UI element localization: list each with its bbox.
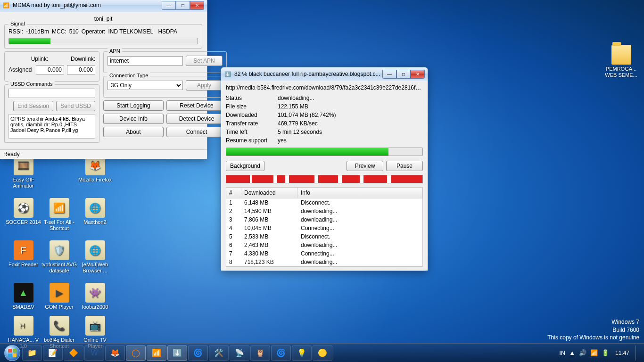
icon-pemroga-folder[interactable]: PEMROGA... WEB SEME... — [603, 45, 639, 78]
segment-strip — [226, 175, 423, 183]
lang-indicator[interactable]: IN — [559, 349, 565, 356]
reset-device-button[interactable]: Reset Device — [166, 100, 227, 111]
start-logging-button[interactable]: Start Logging — [103, 100, 164, 111]
mdma-window: 📶 MDMA mod by toni_pit@ymail.com — □ ✕ t… — [0, 0, 207, 159]
tb-app5[interactable]: 🌀 — [271, 346, 291, 361]
rssi-value: -101dBm — [26, 28, 49, 35]
close-button[interactable]: ✕ — [411, 70, 425, 79]
ussd-input[interactable] — [8, 89, 95, 98]
downlink-input[interactable] — [67, 65, 95, 74]
preview-button[interactable]: Preview — [347, 161, 383, 171]
threads-table: # Downloaded Info 16,148 MBDisconnect.21… — [226, 187, 423, 267]
mdma-app-icon: 📶 — [2, 1, 10, 9]
tb-app2[interactable]: 🛠️ — [209, 346, 229, 361]
idm-progress — [226, 148, 423, 156]
tb-app6[interactable]: 💡 — [292, 346, 312, 361]
tb-mdma[interactable]: 📶 — [147, 346, 166, 361]
signal-bar — [8, 38, 198, 44]
about-button[interactable]: About — [103, 127, 164, 137]
icon-maxthon[interactable]: 🌐Maxthon2 — [77, 198, 113, 225]
icon-smadav[interactable]: ▲SMADΔV — [6, 283, 41, 310]
show-desktop[interactable] — [636, 346, 639, 361]
volume-icon[interactable]: 🔊 — [579, 349, 586, 356]
table-row[interactable]: 62,463 MBdownloading... — [226, 241, 422, 249]
icon-foxit[interactable]: FFoxit Reader — [6, 240, 41, 268]
table-row[interactable]: 52,533 MBDisconnect. — [226, 232, 422, 241]
device-info-button[interactable]: Device Info — [103, 114, 164, 124]
icon-emoj[interactable]: 🌐[eMoJ]Web Browser ... — [77, 240, 113, 273]
end-session-button[interactable]: End Session — [13, 101, 53, 111]
tb-idm[interactable]: ⬇️ — [167, 346, 187, 361]
mdma-user: toni_pit — [4, 16, 202, 22]
tb-vlc[interactable]: 🔶 — [64, 346, 83, 361]
battery-icon[interactable]: 🔋 — [602, 349, 609, 356]
table-row[interactable]: 74,330 MBConnecting... — [226, 249, 422, 258]
idm-title: 82 % black buccaneer full rip-cambaycrea… — [234, 71, 380, 77]
mdma-title: MDMA mod by toni_pit@ymail.com — [13, 2, 101, 8]
minimize-button[interactable]: — — [382, 70, 396, 79]
download-icon: ⬇️ — [224, 70, 231, 78]
ussd-log: GPRS terakhir Anda:4 kB. Biaya gratis, d… — [8, 114, 95, 139]
uplink-input[interactable] — [36, 65, 64, 74]
connect-button[interactable]: Connect — [166, 127, 227, 137]
detect-device-button[interactable]: Detect Device — [166, 114, 227, 124]
table-row[interactable]: 37,806 MBdownloading... — [226, 215, 422, 224]
tb-chrome[interactable]: 🟡 — [313, 346, 332, 361]
idm-url: http://media-b584.firedrive.com/download… — [226, 84, 423, 91]
table-row[interactable]: 214,590 MBdownloading... — [226, 207, 422, 215]
start-button[interactable] — [3, 344, 22, 362]
conn-type-select[interactable]: 3G Only — [107, 81, 183, 90]
icon-easy-gif[interactable]: 🎞️Easy GIF Animator — [6, 156, 41, 189]
operator-value: IND TELKOMSEL — [108, 28, 155, 35]
icon-avg[interactable]: 🛡️tyofristiant AVG datasafe — [41, 240, 77, 273]
mode-value: HSDPA — [158, 28, 177, 35]
mdma-titlebar[interactable]: 📶 MDMA mod by toni_pit@ymail.com — □ ✕ — [0, 0, 207, 12]
tb-notepad[interactable]: 📝 — [43, 346, 63, 361]
table-row[interactable]: 410,045 MBConnecting... — [226, 224, 422, 232]
icon-tsel[interactable]: 📶T-sel For All - Shortcut — [41, 198, 77, 231]
tb-word[interactable]: W — [84, 346, 104, 361]
close-button[interactable]: ✕ — [190, 1, 204, 10]
tb-firefox[interactable]: 🦊 — [105, 346, 125, 361]
tb-explorer[interactable]: 📁 — [22, 346, 42, 361]
icon-firefox[interactable]: 🦊Mozilla Firefox — [77, 156, 113, 183]
icon-gom[interactable]: ▶GOM Player — [41, 283, 77, 310]
icon-soccer[interactable]: ⚽SOCCER 2014 — [6, 198, 41, 225]
network-icon[interactable]: 📶 — [590, 349, 598, 356]
idm-info: Statusdownloading... File size122,155 MB… — [226, 95, 423, 144]
set-apn-button[interactable]: Set APN — [186, 56, 223, 66]
system-tray[interactable]: IN ▲ 🔊 📶 🔋 11:47 — [559, 346, 641, 361]
tb-firedrive[interactable]: ◯ — [126, 346, 146, 361]
mcc-value: 510 — [69, 28, 79, 35]
table-row[interactable]: 16,148 MBDisconnect. — [226, 198, 422, 207]
table-row[interactable]: 8718,123 KBdownloading... — [226, 258, 422, 266]
apply-button[interactable]: Apply — [186, 80, 223, 90]
maximize-button[interactable]: □ — [176, 1, 190, 10]
clock[interactable]: 11:47 — [613, 350, 632, 356]
apn-input[interactable] — [107, 56, 183, 66]
pause-button[interactable]: Pause — [386, 161, 423, 171]
idm-window: ⬇️ 82 % black buccaneer full rip-cambayc… — [221, 67, 428, 271]
signal-legend: Signal — [8, 21, 27, 26]
watermark: Windows 7 Build 7600 This copy of Window… — [547, 318, 639, 341]
tb-app3[interactable]: 📡 — [230, 346, 249, 361]
mdma-statusbar: Ready — [0, 149, 207, 159]
background-button[interactable]: Background — [226, 161, 264, 171]
icon-foobar[interactable]: 👾foobar2000 — [77, 283, 113, 310]
tray-up-icon[interactable]: ▲ — [569, 349, 575, 356]
tb-app1[interactable]: 🌀 — [188, 346, 208, 361]
taskbar: 📁 📝 🔶 W 🦊 ◯ 📶 ⬇️ 🌀 🛠️ 📡 🦉 🌀 💡 🟡 IN ▲ 🔊 📶… — [0, 343, 644, 362]
send-ussd-button[interactable]: Send USSD — [56, 101, 95, 111]
maximize-button[interactable]: □ — [396, 70, 411, 79]
minimize-button[interactable]: — — [162, 1, 176, 10]
tb-app4[interactable]: 🦉 — [250, 346, 270, 361]
idm-titlebar[interactable]: ⬇️ 82 % black buccaneer full rip-cambayc… — [221, 67, 428, 81]
